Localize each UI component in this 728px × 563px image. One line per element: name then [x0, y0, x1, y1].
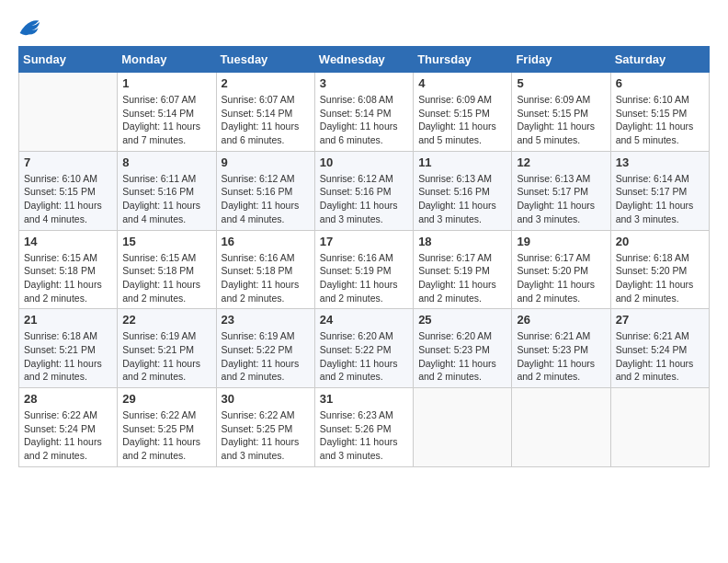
calendar-day-cell: [610, 388, 709, 467]
calendar-week-row: 21Sunrise: 6:18 AM Sunset: 5:21 PM Dayli…: [19, 309, 710, 388]
calendar-day-cell: 15Sunrise: 6:15 AM Sunset: 5:18 PM Dayli…: [118, 230, 216, 309]
calendar-day-cell: [19, 73, 118, 152]
day-info: Sunrise: 6:19 AM Sunset: 5:22 PM Dayligh…: [222, 329, 310, 384]
day-info: Sunrise: 6:12 AM Sunset: 5:16 PM Dayligh…: [222, 172, 310, 226]
day-number: 25: [418, 313, 506, 327]
day-of-week-header: Wednesday: [314, 47, 413, 73]
calendar-day-cell: 18Sunrise: 6:17 AM Sunset: 5:19 PM Dayli…: [414, 230, 512, 309]
day-info: Sunrise: 6:16 AM Sunset: 5:19 PM Dayligh…: [320, 251, 408, 305]
calendar-day-cell: 25Sunrise: 6:20 AM Sunset: 5:23 PM Dayli…: [414, 309, 512, 388]
day-of-week-header: Friday: [512, 47, 610, 73]
day-info: Sunrise: 6:22 AM Sunset: 5:25 PM Dayligh…: [222, 408, 310, 463]
day-info: Sunrise: 6:18 AM Sunset: 5:21 PM Dayligh…: [24, 329, 112, 384]
day-info: Sunrise: 6:17 AM Sunset: 5:20 PM Dayligh…: [517, 251, 605, 305]
day-info: Sunrise: 6:10 AM Sunset: 5:15 PM Dayligh…: [616, 93, 704, 147]
day-number: 7: [24, 155, 112, 169]
day-number: 9: [222, 155, 310, 169]
day-info: Sunrise: 6:07 AM Sunset: 5:14 PM Dayligh…: [222, 93, 310, 147]
day-info: Sunrise: 6:11 AM Sunset: 5:16 PM Dayligh…: [122, 172, 210, 226]
day-number: 30: [222, 392, 310, 406]
calendar-day-cell: 21Sunrise: 6:18 AM Sunset: 5:21 PM Dayli…: [19, 309, 118, 388]
day-info: Sunrise: 6:15 AM Sunset: 5:18 PM Dayligh…: [24, 251, 112, 305]
calendar-day-cell: 9Sunrise: 6:12 AM Sunset: 5:16 PM Daylig…: [216, 151, 314, 230]
calendar-day-cell: 31Sunrise: 6:23 AM Sunset: 5:26 PM Dayli…: [314, 388, 413, 467]
page-header: [18, 18, 710, 37]
day-number: 28: [24, 392, 112, 406]
calendar-day-cell: 30Sunrise: 6:22 AM Sunset: 5:25 PM Dayli…: [216, 388, 314, 467]
day-number: 26: [517, 313, 605, 327]
day-info: Sunrise: 6:13 AM Sunset: 5:16 PM Dayligh…: [418, 172, 506, 226]
day-number: 17: [320, 235, 408, 248]
day-number: 24: [320, 313, 408, 327]
day-number: 10: [320, 155, 408, 169]
calendar-day-cell: 6Sunrise: 6:10 AM Sunset: 5:15 PM Daylig…: [610, 73, 709, 152]
calendar-day-cell: [512, 388, 610, 467]
day-number: 29: [122, 392, 210, 406]
day-info: Sunrise: 6:22 AM Sunset: 5:25 PM Dayligh…: [122, 408, 210, 463]
day-info: Sunrise: 6:12 AM Sunset: 5:16 PM Dayligh…: [320, 172, 408, 226]
day-info: Sunrise: 6:18 AM Sunset: 5:20 PM Dayligh…: [616, 251, 704, 305]
calendar-day-cell: 17Sunrise: 6:16 AM Sunset: 5:19 PM Dayli…: [314, 230, 413, 309]
day-info: Sunrise: 6:13 AM Sunset: 5:17 PM Dayligh…: [517, 172, 605, 226]
day-number: 12: [517, 155, 605, 169]
day-number: 18: [418, 235, 506, 248]
day-info: Sunrise: 6:15 AM Sunset: 5:18 PM Dayligh…: [122, 251, 210, 305]
day-number: 27: [616, 313, 704, 327]
day-number: 21: [24, 313, 112, 327]
day-number: 8: [122, 155, 210, 169]
day-of-week-header: Tuesday: [216, 47, 314, 73]
day-number: 1: [122, 76, 210, 90]
calendar-day-cell: 5Sunrise: 6:09 AM Sunset: 5:15 PM Daylig…: [512, 73, 610, 152]
day-number: 5: [517, 76, 605, 90]
calendar-week-row: 14Sunrise: 6:15 AM Sunset: 5:18 PM Dayli…: [19, 230, 710, 309]
calendar-day-cell: 27Sunrise: 6:21 AM Sunset: 5:24 PM Dayli…: [610, 309, 709, 388]
day-info: Sunrise: 6:09 AM Sunset: 5:15 PM Dayligh…: [517, 93, 605, 147]
calendar-day-cell: 4Sunrise: 6:09 AM Sunset: 5:15 PM Daylig…: [414, 73, 512, 152]
day-number: 4: [418, 76, 506, 90]
calendar-day-cell: 26Sunrise: 6:21 AM Sunset: 5:23 PM Dayli…: [512, 309, 610, 388]
day-number: 6: [616, 76, 704, 90]
calendar-day-cell: 1Sunrise: 6:07 AM Sunset: 5:14 PM Daylig…: [118, 73, 216, 152]
day-of-week-header: Monday: [118, 47, 216, 73]
day-number: 22: [122, 313, 210, 327]
calendar-day-cell: 24Sunrise: 6:20 AM Sunset: 5:22 PM Dayli…: [314, 309, 413, 388]
calendar-day-cell: 13Sunrise: 6:14 AM Sunset: 5:17 PM Dayli…: [610, 151, 709, 230]
day-number: 31: [320, 392, 408, 406]
day-number: 19: [517, 235, 605, 248]
calendar-day-cell: 8Sunrise: 6:11 AM Sunset: 5:16 PM Daylig…: [118, 151, 216, 230]
logo-icon: [18, 18, 40, 37]
calendar-day-cell: 22Sunrise: 6:19 AM Sunset: 5:21 PM Dayli…: [118, 309, 216, 388]
calendar-day-cell: 29Sunrise: 6:22 AM Sunset: 5:25 PM Dayli…: [118, 388, 216, 467]
calendar-week-row: 7Sunrise: 6:10 AM Sunset: 5:15 PM Daylig…: [19, 151, 710, 230]
calendar-day-cell: 19Sunrise: 6:17 AM Sunset: 5:20 PM Dayli…: [512, 230, 610, 309]
calendar-day-cell: 14Sunrise: 6:15 AM Sunset: 5:18 PM Dayli…: [19, 230, 118, 309]
day-info: Sunrise: 6:14 AM Sunset: 5:17 PM Dayligh…: [616, 172, 704, 226]
day-info: Sunrise: 6:09 AM Sunset: 5:15 PM Dayligh…: [418, 93, 506, 147]
day-number: 20: [616, 235, 704, 248]
day-info: Sunrise: 6:07 AM Sunset: 5:14 PM Dayligh…: [122, 93, 210, 147]
day-info: Sunrise: 6:10 AM Sunset: 5:15 PM Dayligh…: [24, 172, 112, 226]
day-of-week-header: Thursday: [414, 47, 512, 73]
calendar-header-row: SundayMondayTuesdayWednesdayThursdayFrid…: [19, 47, 710, 73]
calendar-day-cell: 11Sunrise: 6:13 AM Sunset: 5:16 PM Dayli…: [414, 151, 512, 230]
day-info: Sunrise: 6:21 AM Sunset: 5:24 PM Dayligh…: [616, 329, 704, 384]
calendar-table: SundayMondayTuesdayWednesdayThursdayFrid…: [18, 46, 710, 467]
calendar-day-cell: 12Sunrise: 6:13 AM Sunset: 5:17 PM Dayli…: [512, 151, 610, 230]
calendar-day-cell: 23Sunrise: 6:19 AM Sunset: 5:22 PM Dayli…: [216, 309, 314, 388]
day-number: 2: [222, 76, 310, 90]
day-info: Sunrise: 6:19 AM Sunset: 5:21 PM Dayligh…: [122, 329, 210, 384]
day-number: 15: [122, 235, 210, 248]
day-info: Sunrise: 6:22 AM Sunset: 5:24 PM Dayligh…: [24, 408, 112, 463]
calendar-day-cell: 10Sunrise: 6:12 AM Sunset: 5:16 PM Dayli…: [314, 151, 413, 230]
day-info: Sunrise: 6:20 AM Sunset: 5:22 PM Dayligh…: [320, 329, 408, 384]
day-info: Sunrise: 6:17 AM Sunset: 5:19 PM Dayligh…: [418, 251, 506, 305]
day-number: 23: [222, 313, 310, 327]
logo: [18, 18, 44, 37]
day-number: 14: [24, 235, 112, 248]
calendar-day-cell: 3Sunrise: 6:08 AM Sunset: 5:14 PM Daylig…: [314, 73, 413, 152]
calendar-day-cell: 2Sunrise: 6:07 AM Sunset: 5:14 PM Daylig…: [216, 73, 314, 152]
calendar-week-row: 28Sunrise: 6:22 AM Sunset: 5:24 PM Dayli…: [19, 388, 710, 467]
day-of-week-header: Saturday: [610, 47, 709, 73]
day-info: Sunrise: 6:08 AM Sunset: 5:14 PM Dayligh…: [320, 93, 408, 147]
calendar-day-cell: 7Sunrise: 6:10 AM Sunset: 5:15 PM Daylig…: [19, 151, 118, 230]
